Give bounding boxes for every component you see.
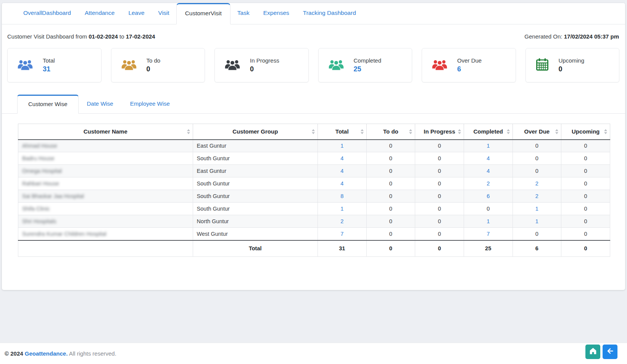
value-cell: 4 xyxy=(318,165,366,177)
table-row: Omega HospitalEast Guntur400400 xyxy=(18,165,610,177)
value-link[interactable]: 4 xyxy=(487,155,490,161)
summary-card-to-do: To do0 xyxy=(111,48,205,82)
value-link[interactable]: 1 xyxy=(340,143,343,149)
value-cell: 0 xyxy=(366,152,415,165)
summary-card-text: Completed25 xyxy=(354,57,382,73)
value-link[interactable]: 4 xyxy=(340,180,343,187)
summary-card-value: 0 xyxy=(147,65,161,73)
value-cell: 0 xyxy=(366,215,415,228)
tab-overalldashboard[interactable]: OverallDashboard xyxy=(16,10,78,24)
value-link[interactable]: 2 xyxy=(340,218,343,224)
customer-name-cell: Shri Hospitals xyxy=(18,215,193,228)
sort-icon[interactable] xyxy=(507,129,510,134)
total-value-cell: 0 xyxy=(415,240,464,257)
dashboard-header: Customer Visit Dashboard from 01-02-2024… xyxy=(2,24,625,40)
value-link[interactable]: 2 xyxy=(535,180,538,187)
value-cell: 1 xyxy=(318,140,366,152)
value-link[interactable]: 1 xyxy=(535,218,538,224)
total-value-cell: 6 xyxy=(513,240,561,257)
users-icon xyxy=(18,59,33,72)
value-cell: 0 xyxy=(415,165,464,177)
tab-attendance[interactable]: Attendance xyxy=(78,10,121,24)
sort-icon[interactable] xyxy=(458,129,461,134)
value-cell: 7 xyxy=(464,228,513,240)
col-customer-name[interactable]: Customer Name xyxy=(18,124,193,140)
tab-employee-wise[interactable]: Employee Wise xyxy=(122,100,178,113)
customer-name-cell: Rahbari House xyxy=(18,177,193,190)
value-cell: 0 xyxy=(561,228,610,240)
value-cell: 0 xyxy=(561,190,610,203)
generated-on: Generated On: 17/02/2024 05:37 pm xyxy=(524,33,619,40)
value-cell: 7 xyxy=(318,228,366,240)
sort-icon[interactable] xyxy=(361,129,364,134)
sort-icon[interactable] xyxy=(312,129,315,134)
value-link[interactable]: 4 xyxy=(340,155,343,161)
value-cell: 0 xyxy=(464,203,513,215)
value-cell: 0 xyxy=(561,177,610,190)
customer-group-cell: East Guntur xyxy=(193,165,318,177)
summary-card-label: Upcoming xyxy=(559,57,585,64)
col-over-due[interactable]: Over Due xyxy=(513,124,561,140)
sort-icon[interactable] xyxy=(604,129,607,134)
brand-link[interactable]: Geoattendance. xyxy=(25,350,68,357)
title-prefix: Customer Visit Dashboard from xyxy=(7,33,87,40)
sort-icon[interactable] xyxy=(187,129,190,134)
sort-icon[interactable] xyxy=(409,129,412,134)
users-icon xyxy=(329,59,344,72)
customer-group-cell: South Guntur xyxy=(193,152,318,165)
calendar-icon xyxy=(536,58,549,72)
value-link[interactable]: 8 xyxy=(340,193,343,199)
value-cell: 0 xyxy=(561,140,610,152)
tab-leave[interactable]: Leave xyxy=(121,10,151,24)
tab-customervisit[interactable]: CustomerVisit xyxy=(176,3,230,24)
value-cell: 0 xyxy=(366,203,415,215)
value-link[interactable]: 4 xyxy=(340,168,343,174)
tab-date-wise[interactable]: Date Wise xyxy=(79,100,122,113)
col-to-do[interactable]: To do xyxy=(366,124,415,140)
value-link[interactable]: 1 xyxy=(535,206,538,212)
col-in-progress[interactable]: In Progress xyxy=(415,124,464,140)
value-link[interactable]: 1 xyxy=(340,206,343,212)
col-completed[interactable]: Completed xyxy=(464,124,513,140)
col-customer-group[interactable]: Customer Group xyxy=(193,124,318,140)
sort-icon[interactable] xyxy=(555,129,558,134)
value-link[interactable]: 1 xyxy=(487,143,490,149)
value-link[interactable]: 7 xyxy=(340,231,343,237)
customer-name-cell: Omega Hospital xyxy=(18,165,193,177)
value-cell: 2 xyxy=(318,215,366,228)
tab-visit[interactable]: Visit xyxy=(152,10,176,24)
value-cell: 0 xyxy=(513,165,561,177)
col-total[interactable]: Total xyxy=(318,124,366,140)
value-cell: 4 xyxy=(318,152,366,165)
value-link[interactable]: 2 xyxy=(487,180,490,187)
value-cell: 0 xyxy=(561,165,610,177)
total-label-cell: Total xyxy=(193,240,318,257)
value-cell: 0 xyxy=(415,215,464,228)
tab-expenses[interactable]: Expenses xyxy=(256,10,296,24)
value-link[interactable]: 2 xyxy=(535,193,538,199)
customer-name-cell: Badru House xyxy=(18,152,193,165)
tab-task[interactable]: Task xyxy=(230,10,256,24)
column-label: Completed xyxy=(473,128,503,135)
summary-card-value: 25 xyxy=(354,65,382,73)
customer-name: Ahmad House xyxy=(22,143,57,149)
table-header-row: Customer NameCustomer GroupTotalTo doIn … xyxy=(18,124,610,140)
value-cell: 0 xyxy=(366,165,415,177)
value-link[interactable]: 1 xyxy=(487,218,490,224)
value-cell: 0 xyxy=(366,228,415,240)
value-link[interactable]: 6 xyxy=(487,193,490,199)
col-upcoming[interactable]: Upcoming xyxy=(561,124,610,140)
summary-card-value: 6 xyxy=(457,65,482,73)
summary-card-label: Over Due xyxy=(457,57,482,64)
tab-tracking-dashboard[interactable]: Tracking Dashboard xyxy=(296,10,363,24)
value-link[interactable]: 4 xyxy=(487,168,490,174)
users-icon xyxy=(432,59,447,72)
value-link[interactable]: 7 xyxy=(487,231,490,237)
home-button[interactable] xyxy=(585,345,600,359)
summary-card-in-progress: In Progress0 xyxy=(214,48,309,82)
customer-wise-table-wrap: Customer NameCustomer GroupTotalTo doIn … xyxy=(18,124,610,257)
value-cell: 0 xyxy=(415,203,464,215)
summary-card-value: 31 xyxy=(43,65,55,73)
back-button[interactable] xyxy=(603,345,617,359)
tab-customer-wise[interactable]: Customer Wise xyxy=(17,95,79,114)
